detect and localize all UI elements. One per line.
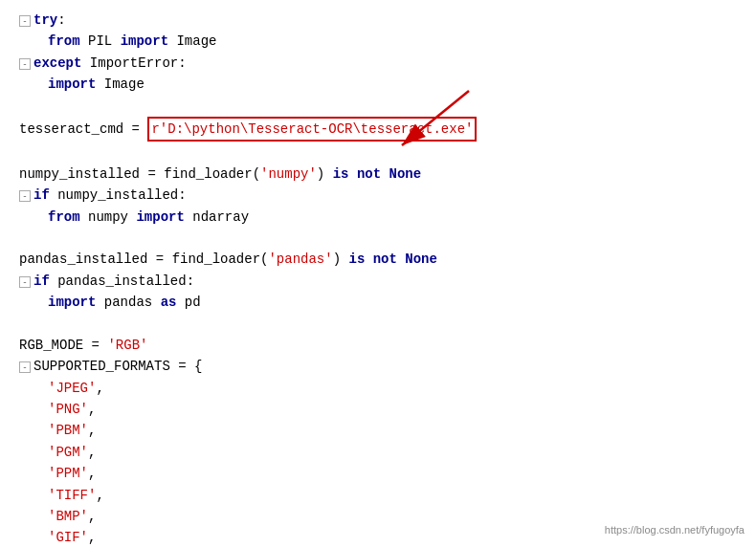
keyword-try: try xyxy=(33,10,57,31)
line-pbm: 'PBM', xyxy=(48,420,737,441)
line-supported-formats: -SUPPORTED_FORMATS = { xyxy=(19,356,737,377)
line-from-pil: from PIL import Image xyxy=(48,31,737,52)
line-try: -try: xyxy=(19,10,737,31)
empty-line-4 xyxy=(19,313,737,334)
highlight-tesseract-value: r'D:\python\Tesseract-OCR\tesseract.exe' xyxy=(147,117,477,142)
empty-line-1 xyxy=(19,96,737,117)
fold-icon-pandas[interactable]: - xyxy=(19,276,31,288)
line-numpy-installed: numpy_installed = find_loader('numpy') i… xyxy=(19,164,737,185)
line-ppm: 'PPM', xyxy=(48,463,737,484)
line-from-numpy: from numpy import ndarray xyxy=(48,207,737,228)
fold-icon-try[interactable]: - xyxy=(19,15,31,27)
keyword-if-pandas: if xyxy=(33,271,50,292)
code-container: -try: from PIL import Image -except Impo… xyxy=(0,0,756,547)
line-import-pandas: import pandas as pd xyxy=(48,292,737,313)
keyword-import2: import xyxy=(48,74,104,95)
line-jpeg: 'JPEG', xyxy=(48,378,737,399)
line-pgm: 'PGM', xyxy=(48,442,737,463)
fold-icon-numpy[interactable]: - xyxy=(19,190,31,202)
watermark: https://blog.csdn.net/fyfugoyfa xyxy=(605,522,745,539)
keyword-as: as xyxy=(161,292,185,313)
empty-line-2 xyxy=(19,142,737,163)
keyword-import-pandas: import xyxy=(48,292,104,313)
keyword-from-numpy: from xyxy=(48,207,88,228)
keyword-import: import xyxy=(121,31,177,52)
keyword-import-numpy: import xyxy=(136,207,192,228)
var-tesseract: tesseract_cmd = xyxy=(19,119,147,140)
keyword-if-numpy: if xyxy=(33,185,50,206)
line-if-numpy: -if numpy_installed: xyxy=(19,185,737,206)
fold-icon-formats[interactable]: - xyxy=(19,361,31,373)
line-rgb-mode: RGB_MODE = 'RGB' xyxy=(19,335,737,356)
fold-icon-except[interactable]: - xyxy=(19,58,31,70)
empty-line-3 xyxy=(19,228,737,249)
line-tesseract-cmd: tesseract_cmd = r'D:\python\Tesseract-OC… xyxy=(19,117,737,142)
keyword-except: except xyxy=(33,53,81,74)
line-png: 'PNG', xyxy=(48,399,737,420)
line-pandas-installed: pandas_installed = find_loader('pandas')… xyxy=(19,249,737,270)
line-tiff: 'TIFF', xyxy=(48,485,737,506)
line-import-image: import Image xyxy=(48,74,737,95)
line-except: -except ImportError: xyxy=(19,53,737,74)
line-if-pandas: -if pandas_installed: xyxy=(19,271,737,292)
keyword-from: from xyxy=(48,31,88,52)
